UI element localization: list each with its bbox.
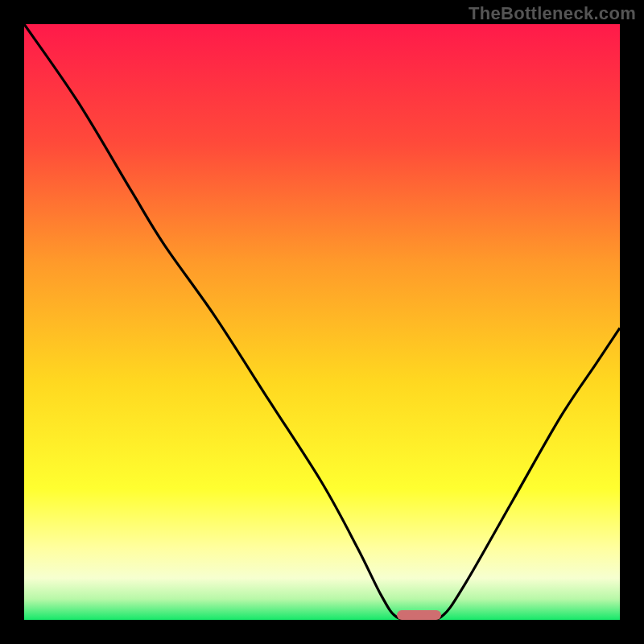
watermark-text: TheBottleneck.com	[469, 3, 636, 24]
curve-path	[24, 24, 620, 620]
bottleneck-curve	[24, 24, 620, 620]
optimal-zone-marker	[397, 610, 442, 620]
chart-frame: TheBottleneck.com	[0, 0, 644, 644]
plot-area	[24, 24, 620, 620]
